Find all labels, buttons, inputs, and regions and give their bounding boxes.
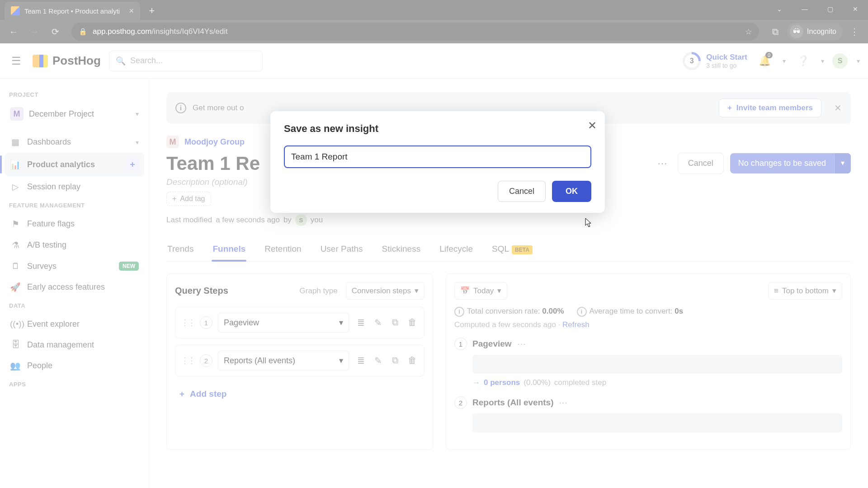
save-as-modal: Save as new insight ✕ Cancel OK (270, 111, 605, 213)
close-modal-icon[interactable]: ✕ (588, 119, 597, 132)
modal-title: Save as new insight (284, 123, 591, 135)
modal-ok-button[interactable]: OK (552, 181, 591, 202)
insight-name-input[interactable] (284, 145, 591, 168)
modal-cancel-button[interactable]: Cancel (498, 181, 546, 202)
modal-overlay[interactable] (0, 0, 868, 488)
